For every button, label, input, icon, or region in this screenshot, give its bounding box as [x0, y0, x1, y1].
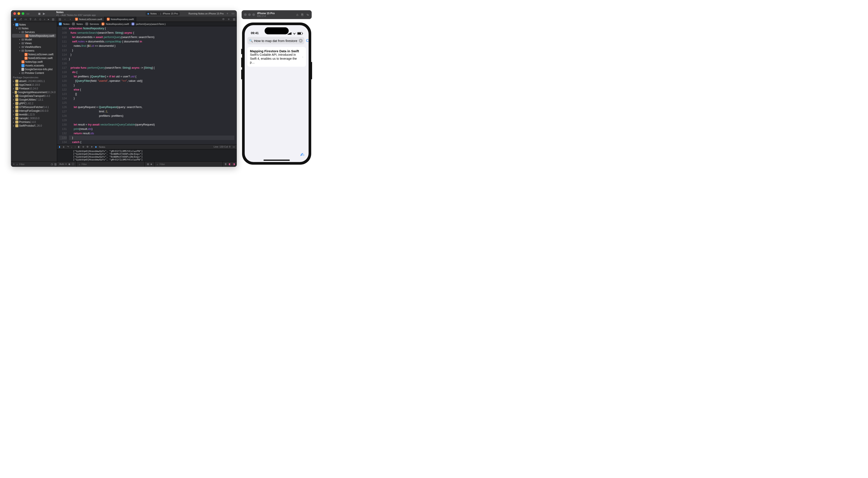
breakpoint-icon[interactable]: ▸: [48, 18, 49, 21]
disclosure-icon[interactable]: ▸: [12, 102, 15, 105]
tree-folder[interactable]: ▸Model: [11, 38, 57, 41]
forward-button[interactable]: ›: [68, 16, 73, 22]
package-row[interactable]: ▸Promises 2.4.0: [11, 120, 57, 124]
disclosure-icon[interactable]: ▸: [12, 95, 15, 97]
eye-icon[interactable]: ◉: [68, 163, 70, 166]
disclosure-icon[interactable]: ▸: [12, 113, 15, 116]
tree-folder[interactable]: ▾Screens: [11, 49, 57, 53]
disclosure-icon[interactable]: ▸: [12, 106, 15, 108]
tree-folder[interactable]: ▾Notes: [11, 27, 57, 30]
tree-file[interactable]: GoogleService-Info.plist: [11, 67, 57, 71]
disclosure-icon[interactable]: ▸: [19, 72, 21, 74]
disclosure-icon[interactable]: ▾: [16, 27, 18, 30]
search-result-row[interactable]: Mapping Firestore Data in Swift Swift's …: [247, 47, 306, 67]
home-icon[interactable]: ⌂: [296, 13, 298, 16]
stop-button[interactable]: ◼: [38, 12, 41, 15]
jumpbar-crumb[interactable]: NotesRepository.swift: [106, 23, 129, 25]
variables-filter-input[interactable]: [82, 163, 99, 166]
tree-folder[interactable]: ▸ViewModifiers: [11, 45, 57, 49]
tree-file[interactable]: ❯NoteEditScreen.swift: [11, 56, 57, 60]
volume-down-button[interactable]: [241, 70, 242, 79]
assistant-icon[interactable]: ▥: [231, 16, 237, 22]
disclosure-icon[interactable]: ▸: [12, 121, 15, 123]
code-text[interactable]: extension NotesRepository { func semanti…: [69, 26, 237, 144]
all-output-icon[interactable]: ▤: [147, 163, 149, 166]
minimize-icon[interactable]: [248, 13, 251, 16]
search-text[interactable]: How to map dat from firestore: [254, 39, 298, 43]
package-row[interactable]: ▸GoogleDataTransport 9.4.0: [11, 94, 57, 98]
power-button[interactable]: [311, 62, 312, 79]
add-file-icon[interactable]: ＋: [12, 162, 15, 166]
jumpbar-crumb[interactable]: Notes: [63, 23, 70, 25]
refresh-icon[interactable]: ⟳: [221, 16, 226, 22]
jumpbar-crumb[interactable]: performQuery(searchTerm:): [136, 23, 166, 25]
close-icon[interactable]: [13, 12, 16, 15]
run-button[interactable]: ▶: [43, 12, 45, 15]
disclosure-icon[interactable]: ▸: [12, 117, 15, 120]
find-icon[interactable]: ⚲: [30, 18, 32, 21]
editor-options-icon[interactable]: ≡: [226, 16, 231, 22]
jumpbar-crumb[interactable]: Notes: [76, 23, 83, 25]
jumpbar-crumb[interactable]: Services: [90, 23, 99, 25]
sidebar-toggle-icon[interactable]: ▭: [27, 12, 29, 15]
bookmark-icon[interactable]: ▭: [25, 18, 27, 21]
pause-button[interactable]: ⏸: [62, 146, 65, 148]
package-row[interactable]: ▸GoogleUtilities 7.13.1: [11, 98, 57, 101]
package-row[interactable]: ▸AppCheck 10.19.0: [11, 83, 57, 87]
clear-search-icon[interactable]: ✕: [299, 39, 303, 43]
disclosure-icon[interactable]: ▸: [19, 46, 21, 48]
editor-tab[interactable]: ❯NotesListScreen.swift: [73, 16, 104, 22]
step-out-icon[interactable]: ↑: [74, 146, 76, 148]
console-filter-input[interactable]: [160, 163, 177, 166]
test-icon[interactable]: ◇: [39, 18, 41, 21]
back-button[interactable]: ‹: [62, 16, 68, 22]
traffic-lights[interactable]: [13, 12, 24, 15]
package-row[interactable]: ▸GTMSessionFetcher 3.4.1: [11, 105, 57, 109]
right-pane-toggle[interactable]: ◨: [232, 163, 235, 166]
mute-switch[interactable]: [241, 49, 242, 54]
related-items-icon[interactable]: ▤: [57, 16, 62, 22]
variables-view-selector[interactable]: Auto ≎: [59, 163, 67, 166]
cancel-button[interactable]: Cancel: [306, 39, 309, 43]
tree-folder[interactable]: ▾Services: [11, 30, 57, 34]
folder-icon[interactable]: ▣: [14, 18, 16, 21]
disclosure-icon[interactable]: ▾: [19, 49, 21, 52]
search-field[interactable]: 🔍 How to map dat from firestore ✕: [247, 37, 304, 44]
trash-icon[interactable]: 🗑: [224, 163, 227, 166]
environment-icon[interactable]: ⚙: [87, 145, 89, 148]
file-tree[interactable]: ▾ANotes▾Notes▾Services❯NotesRepository.s…: [11, 22, 57, 161]
disclosure-icon[interactable]: ▸: [12, 91, 14, 93]
source-editor[interactable]: 1081091101111121131141151161171181191201…: [57, 26, 237, 144]
package-row[interactable]: ▸gRPC 1.62.2: [11, 101, 57, 105]
tree-folder[interactable]: ▸Preview Content: [11, 71, 57, 75]
disclosure-icon[interactable]: ▸: [12, 99, 15, 101]
disclosure-icon[interactable]: ▸: [12, 80, 15, 82]
breakpoints-toggle[interactable]: ▮: [59, 145, 60, 148]
clock-icon[interactable]: ◷: [51, 163, 53, 166]
memory-graph-icon[interactable]: ⊚: [82, 145, 84, 148]
issue-icon[interactable]: ⚠: [34, 18, 36, 21]
library-button[interactable]: ▭: [231, 11, 235, 15]
tree-file[interactable]: ❯NotesRepository.swift: [12, 34, 56, 38]
left-pane-toggle[interactable]: ◧: [229, 163, 231, 166]
step-over-icon[interactable]: ↷: [67, 145, 69, 148]
tree-file[interactable]: ▾ANotes: [11, 23, 57, 27]
info-icon[interactable]: ⓘ: [72, 163, 74, 166]
disclosure-icon[interactable]: ▸: [12, 84, 15, 86]
debug-console[interactable]: ["GybbVqm9jHoaodmwVpYv", "gMrO1fIiXM5f4l…: [57, 149, 237, 161]
zoom-icon[interactable]: [252, 13, 255, 16]
package-row[interactable]: ▸SwiftProtobuf 1.26.0: [11, 124, 57, 128]
package-row[interactable]: ▸leveldb 1.22.5: [11, 113, 57, 116]
jump-bar[interactable]: ANotes›Notes›Services›❯NotesRepository.s…: [57, 22, 237, 26]
minimize-icon[interactable]: [18, 12, 20, 15]
view-debug-icon[interactable]: ◧: [78, 145, 80, 148]
add-button[interactable]: ＋: [226, 11, 229, 15]
disclosure-icon[interactable]: ▸: [19, 42, 21, 44]
disclosure-icon[interactable]: ▾: [19, 31, 21, 33]
navigator-selector[interactable]: ▣ ⎇ ▭ ⚲ ⚠ ◇ ⟐ ▸ ▤: [11, 16, 57, 22]
navigator-filter-input[interactable]: [19, 163, 50, 166]
scm-filter-icon[interactable]: ▥: [54, 163, 57, 166]
close-icon[interactable]: [244, 13, 247, 16]
debug-icon[interactable]: ⟐: [44, 18, 45, 21]
report-icon[interactable]: ▤: [52, 18, 54, 21]
